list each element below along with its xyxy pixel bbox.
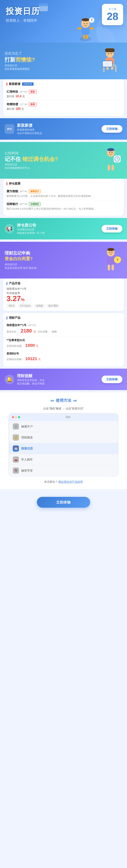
contact-link[interactable]: 戳这里告诉产品经理 [58, 480, 83, 483]
calendar-day: 28 [107, 11, 118, 22]
fp3-meta: 定期持合到期： 10121 元 [7, 356, 120, 361]
svg-rect-41 [107, 256, 115, 265]
fp2-meta: 定投扣款金额： 1000 元 [7, 343, 120, 348]
banner2-main: 记不住 错过调仓机会? [5, 156, 99, 162]
hold-stock-item-1: 赛为智能 30**44 解禁提示 解禁数量为1-6万股，占总股本的比例 7.21… [7, 187, 120, 200]
stock-price-row: 发行价 10.4 元 [7, 95, 120, 98]
banner2-highlight: 错过调仓机会? [23, 156, 58, 162]
cta-section-2: 📢 持仓股公告 业绩预告轻松查 增发接近停复牌一目了然 立刻体验 [0, 218, 127, 240]
dot-yellow [15, 416, 17, 418]
nav-icon-rongkaihu: 🏦 [13, 423, 19, 430]
cta2-left: 📢 持仓股公告 业绩预告轻松查 增发接近停复牌一目了然 [5, 223, 45, 235]
svg-point-38 [112, 152, 113, 153]
product-open-rate: 3.27% [7, 295, 120, 302]
svg-rect-15 [45, 2, 46, 5]
banner1-figure [97, 48, 122, 74]
phone-mockup: 我的 🏦 融通开户 💰 理财频道 📅 投资日历 🚗 车人购车 📚 融资学堂 [8, 413, 119, 476]
fp-item-3: 君得利3号 定期持合到期： 10121 元 [7, 350, 120, 363]
banner1-desc2: 轻松查看新股新债预告 [5, 67, 97, 71]
predict-tag: 业绩预告 [29, 202, 41, 206]
hero-section: 投资日历 投资路上，有我陪伴 十二月 28 [0, 0, 127, 42]
banner1-main: 还在为忘了 打新而懊恼? [5, 57, 97, 63]
banner1-illustration [97, 48, 122, 73]
nav-item-rongtang[interactable]: 📚 融资学堂 [9, 465, 118, 476]
fp-item-1: 珠联璧合年**1号 40**02 基金分红： 2180 元 分红份数： 23分 [7, 322, 120, 337]
nav-icon-licai: 💰 [13, 434, 19, 441]
svg-point-26 [108, 53, 109, 54]
person-figure-svg: ? [74, 17, 97, 42]
svg-point-27 [111, 53, 112, 54]
nav-icon-rongtang: 📚 [13, 467, 19, 474]
svg-text:?: ? [91, 19, 93, 22]
banner1-desc1: 有投资日历 [5, 64, 97, 67]
cta1-left: IPO 新股新债 新股新债快速查 从此不再错过打新机会 [5, 123, 42, 135]
cta1-button[interactable]: 立刻体验 [101, 125, 122, 133]
nav-icon-che: 🚗 [13, 457, 19, 463]
stock-item-1: 汇得科技 60**92 新股 发行价 10.4 元 [7, 88, 120, 100]
banner3-text: 理财忘记申购 资金白白闲置? 有投资日历 资金安排更合理 每天"钱生钱" [5, 250, 99, 270]
cta-section-1: IPO 新股新债 新股新债快速查 从此不再错过打新机会 立刻体验 [0, 118, 127, 140]
banner-licai: 理财忘记申购 资金白白闲置? 有投资日历 资金安排更合理 每天"钱生钱" ¥ [0, 242, 127, 279]
dot-red [12, 416, 14, 418]
nav-item-chepurchase[interactable]: 🚗 车人购车 [9, 454, 118, 465]
howto-desc: 点击"我的"频道 → 点击"投资日历" [5, 407, 122, 410]
svg-text:¥: ¥ [117, 258, 119, 261]
banner2-text: 公告时间 记不住 错过调仓机会? 有投资日历 轻松掌握重要时间节点 [5, 151, 99, 170]
hold-stock-item-2: 招商银行 60**36 业绩预告 预计2018年1-6月归属于上市公司股东的净利… [7, 200, 120, 213]
bell-icon: 🔔 [5, 375, 14, 384]
cta3-text: 理财提醒 理财发售及早知道，持仓 状态有提醒，资金不闲置 [17, 373, 45, 385]
product-open-header: 产品开放 [7, 282, 120, 285]
arrows-right-icon: «« [73, 398, 77, 403]
svg-rect-13 [39, 3, 48, 6]
banner-daxin: 还在为忘了 还在为忘了 打新而懊恼? 有投资日历 轻松查看新股新债预告 [0, 42, 127, 79]
product-open-tags: 365天 6万元起头 低风险 银行理财 [7, 304, 120, 308]
cta3-button[interactable]: 立刻体验 [101, 376, 122, 383]
banner2-figure [99, 147, 122, 173]
cta2-button[interactable]: 立刻体验 [101, 225, 122, 232]
dot-green [18, 416, 20, 418]
nav-item-licai[interactable]: 💰 理财频道 [9, 432, 118, 443]
svg-rect-31 [108, 165, 110, 170]
svg-point-9 [86, 23, 87, 24]
phone-header: 我的 [9, 413, 118, 421]
fp-item-2: **宝尊享型33天 定投扣款金额： 1000 元 [7, 337, 120, 350]
svg-rect-17 [105, 48, 115, 52]
product-open-card: 产品开放 珠联璧合年**1号 年化收益率 3.27% 365天 6万元起头 低风… [3, 279, 124, 311]
stock-item-2: 奇精转债 11**24 新债 发行价 100 元 [7, 100, 120, 113]
bottom-cta-button[interactable]: 立刻体验 [37, 497, 90, 508]
timing-badge: 打新日历 [22, 83, 34, 86]
stock-row1: 汇得科技 60**92 新股 [7, 90, 120, 94]
ban-tag: 解禁提示 [29, 189, 41, 193]
nav-item-rongkaihu[interactable]: 🏦 融通开户 [9, 421, 118, 432]
svg-point-8 [84, 23, 85, 24]
svg-rect-43 [112, 265, 114, 270]
stock2-price-row: 发行价 100 元 [7, 107, 120, 111]
cta2-text: 持仓股公告 业绩预告轻松查 增发接近停复牌一目了然 [17, 223, 45, 235]
svg-rect-4 [77, 28, 82, 29]
hold-stock1-desc: 解禁数量为1-6万股，占总股本的比例 7.21%，解禁股份类型为定向增发机构..… [7, 194, 120, 198]
banner3-figure: ¥ [99, 247, 122, 273]
hold-stock-header: 持仓股票 [7, 182, 120, 185]
howto-title: »» 使用方法 «« [5, 398, 122, 403]
bottom-cta: 立刻体验 [0, 491, 127, 513]
banner3-main: 理财忘记申购 资金白白闲置? [5, 250, 99, 261]
svg-rect-42 [108, 265, 110, 270]
megaphone-icon: 📢 [5, 224, 14, 234]
contact-row: 有话要说？ 戳这里告诉产品经理 [5, 480, 122, 484]
svg-point-29 [107, 148, 114, 151]
cta-section-3: 🔔 理财提醒 理财发售及早知道，持仓 状态有提醒，资金不闲置 立刻体验 [0, 369, 127, 390]
nav-item-touzi[interactable]: 📅 投资日历 [9, 443, 118, 454]
cta1-text: 新股新债 新股新债快速查 从此不再错过打新机会 [17, 123, 42, 135]
deco-calendar [39, 2, 48, 12]
svg-rect-5 [89, 28, 94, 29]
banner3-highlight: 资金白白闲置? [5, 256, 33, 261]
banner1-highlight: 而懊恼? [15, 57, 35, 63]
hero-illustration: ? [74, 17, 97, 42]
banner1-text: 还在为忘了 还在为忘了 打新而懊恼? 有投资日历 轻松查看新股新债预告 [5, 51, 97, 71]
fp1-name-row: 珠联璧合年**1号 40**02 [7, 323, 120, 327]
calendar-widget: 十二月 28 [102, 4, 123, 25]
svg-point-0 [80, 36, 91, 41]
svg-point-7 [82, 18, 89, 21]
arrows-left-icon: »» [50, 398, 54, 403]
product-open-item: 珠联璧合年**1号 年化收益率 3.27% 365天 6万元起头 低风险 银行理… [7, 287, 120, 308]
